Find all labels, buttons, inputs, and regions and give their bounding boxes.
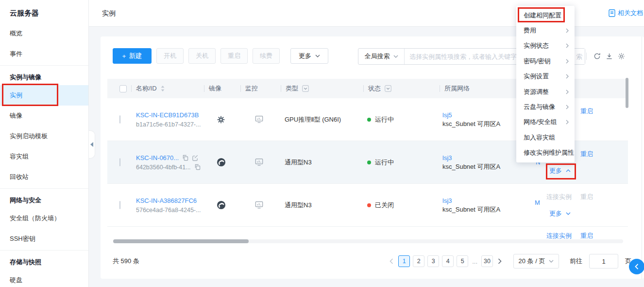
instance-name-link[interactable]: KSC-IN-0670... [136, 154, 179, 161]
power-on-button: 开机 [156, 48, 184, 64]
menu-item-create-same-config[interactable]: 创建相同配置 [516, 8, 575, 23]
edit-icon[interactable] [192, 155, 198, 161]
toolbar: + 新建 开机 关机 重启 续费 更多 [113, 48, 328, 64]
page-button-3[interactable]: 3 [427, 255, 439, 267]
sidebar-item-security-groups[interactable]: 安全组（防火墙） [0, 208, 88, 229]
menu-item-disk-image[interactable]: 云盘与镜像 [516, 99, 575, 114]
header-image: 镜像 [209, 84, 221, 93]
page-button-1[interactable]: 1 [398, 255, 410, 267]
copy-icon[interactable] [182, 155, 188, 161]
sidebar-item-disks[interactable]: 硬盘 [0, 270, 88, 287]
refresh-icon[interactable] [593, 53, 601, 60]
os-image-logo-icon [204, 200, 240, 210]
reboot-button: 重启 [220, 48, 248, 64]
monitor-chart-icon[interactable] [240, 158, 281, 166]
copy-icon[interactable] [194, 164, 201, 170]
divider [586, 53, 587, 60]
sidebar-item-events[interactable]: 事件 [0, 44, 88, 64]
os-image-gear-icon [204, 115, 240, 124]
menu-item-join-dr-group[interactable]: 加入容灾组 [516, 130, 575, 145]
menu-item-billing[interactable]: 费用 [516, 23, 575, 38]
reboot-link[interactable]: 重启 [580, 107, 593, 116]
sidebar-item-dr-groups[interactable]: 容灾组 [0, 146, 88, 167]
create-instance-button[interactable]: + 新建 [113, 48, 152, 64]
page-button-last[interactable]: 30 [481, 255, 493, 267]
search-scope-select[interactable]: 全局搜索 [358, 49, 405, 64]
sidebar-divider [0, 188, 88, 189]
header-type: 类型 [286, 84, 298, 93]
instance-id: 642b3560-4bfb-41... [136, 164, 191, 171]
instance-name-link[interactable]: KSC-IN-A386827FC6 [136, 197, 197, 204]
select-all-checkbox[interactable] [119, 85, 127, 92]
instance-type: 通用型N3 [281, 201, 363, 210]
chevron-right-icon [566, 74, 569, 79]
expand-right-panel-button[interactable] [629, 259, 644, 274]
chevron-right-icon [566, 90, 569, 94]
row-checkbox[interactable] [119, 115, 120, 124]
row-actions: 连接实例 重启 更多 [537, 184, 628, 226]
instance-name-link[interactable]: KSC-IN-ECB91D673B [136, 111, 199, 119]
header-status: 状态 [368, 84, 381, 93]
page-size-select[interactable]: 20 条 / 页 [513, 254, 559, 269]
related-docs-label: 相关文档 [618, 9, 643, 18]
column-settings-gear-icon[interactable] [618, 53, 625, 60]
sidebar-divider [0, 65, 88, 66]
sidebar-collapse-handle[interactable] [89, 130, 95, 159]
placeholder-tail-fragment: 索 [576, 53, 582, 61]
sidebar-item-overview[interactable]: 概览 [0, 23, 88, 44]
reboot-link[interactable]: 重启 [580, 232, 593, 239]
sidebar-item-recycle-bin[interactable]: 回收站 [0, 167, 88, 187]
row-checkbox[interactable] [119, 158, 120, 166]
instance-id: b1a71c5e-61b7-4327-... [136, 121, 201, 128]
download-icon[interactable] [606, 53, 613, 60]
chevron-left-icon [635, 264, 639, 269]
status-text: 运行中 [375, 158, 394, 167]
status-dot-running [367, 161, 371, 164]
vpc-link[interactable]: lsj3 [442, 197, 537, 205]
monitor-chart-icon[interactable] [240, 201, 281, 209]
filter-icon[interactable] [302, 85, 309, 92]
status-dot-running [367, 118, 371, 122]
status-text: 运行中 [375, 115, 394, 124]
sidebar-item-ssh-keys[interactable]: SSH密钥 [0, 229, 88, 249]
sidebar-item-instances[interactable]: 实例 [0, 85, 88, 106]
menu-item-network-security-group[interactable]: 网络/安全组 [516, 115, 575, 130]
total-count: 共 590 条 [113, 257, 139, 266]
chevron-down-icon [566, 212, 571, 215]
sidebar-item-launch-templates[interactable]: 实例启动模板 [0, 126, 88, 146]
os-image-logo-icon [204, 158, 240, 167]
connect-instance-link-disabled: 连接实例 [546, 193, 572, 201]
related-docs-link[interactable]: 相关文档 [609, 9, 643, 18]
menu-item-password-key[interactable]: 密码/密钥 [516, 54, 575, 69]
row-more-trigger-open[interactable]: 更多 [549, 166, 562, 175]
menu-item-modify-maintenance-attr[interactable]: 修改实例维护属性 [516, 145, 575, 161]
chevron-down-icon [393, 55, 398, 58]
goto-page-input[interactable] [589, 254, 618, 269]
instance-type: GPU推理Ⅱ型 (GN6I) [281, 115, 363, 124]
sidebar: 云服务器 概览 事件 实例与镜像 实例 镜像 实例启动模板 容灾组 回收站 网络… [0, 0, 89, 287]
sidebar-divider [0, 250, 88, 251]
toolbar-more-button[interactable]: 更多 [290, 48, 328, 64]
next-page-icon[interactable] [496, 258, 504, 264]
menu-item-resource-resize[interactable]: 资源调整 [516, 84, 575, 99]
vertical-scrollbar-thumb[interactable] [626, 78, 628, 108]
goto-label: 前往 [570, 257, 582, 266]
sort-icon[interactable] [161, 86, 165, 91]
chevron-right-icon [566, 28, 569, 33]
header-monitor: 监控 [245, 84, 258, 93]
page-button-2[interactable]: 2 [413, 255, 424, 267]
reboot-link[interactable]: 重启 [580, 150, 593, 159]
page-button-4[interactable]: 4 [442, 255, 454, 267]
monitor-chart-icon[interactable] [240, 115, 281, 124]
filter-icon[interactable] [385, 85, 391, 92]
menu-item-instance-status[interactable]: 实例状态 [516, 38, 575, 54]
connect-instance-link[interactable]: 连接实例 [546, 232, 572, 239]
menu-item-instance-settings[interactable]: 实例设置 [516, 69, 575, 84]
page-button-5[interactable]: 5 [457, 255, 468, 267]
page-ellipsis: ... [471, 258, 478, 265]
sidebar-item-images[interactable]: 镜像 [0, 106, 88, 126]
row-checkbox[interactable] [119, 201, 120, 209]
page-title: 实例 [102, 9, 116, 18]
horizontal-scrollbar-thumb[interactable] [113, 239, 249, 243]
row-more-trigger[interactable]: 更多 [549, 209, 562, 218]
